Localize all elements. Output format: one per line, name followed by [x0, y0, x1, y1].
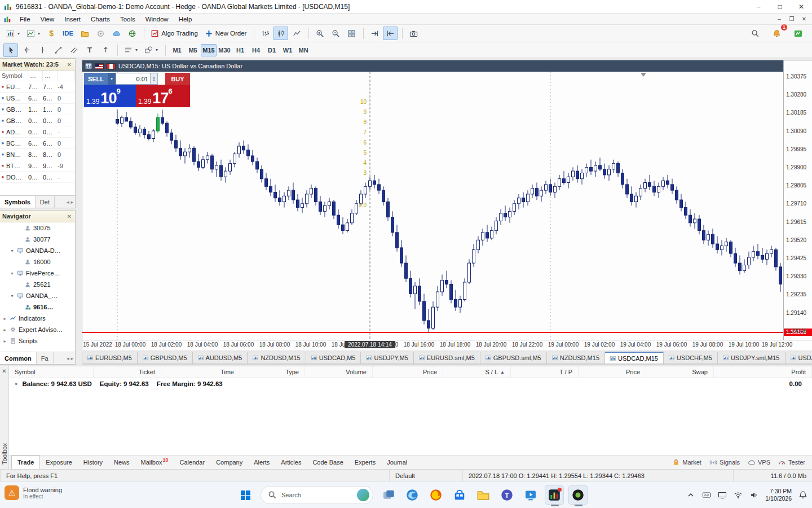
tester-button[interactable]: Tester: [778, 458, 805, 466]
navigator-item-oanda-[interactable]: ▾OANDA_…: [0, 290, 75, 301]
market-watch-tabs-scroll-left-icon[interactable]: ◂: [67, 199, 69, 205]
market-watch-row[interactable]: ●GB…1…1…0: [0, 104, 75, 115]
trade-column-symbol[interactable]: Symbol: [9, 366, 94, 378]
chart-title-bar[interactable]: USDCAD,M15: US Dollar vs Canadian Dollar: [82, 60, 783, 72]
toolbox-tab-trade[interactable]: Trade: [11, 456, 40, 469]
child-restore-button[interactable]: ❐: [786, 16, 797, 22]
chart-tab-gbpusd-sml-m5[interactable]: GBPUSD.sml,M5: [480, 352, 547, 364]
navigator-item-scripts[interactable]: ▸Scripts: [0, 335, 75, 347]
crosshair-tool-button[interactable]: [19, 43, 34, 57]
child-minimize-button[interactable]: –: [774, 16, 785, 22]
chart-tab-gbpusd-m5[interactable]: GBPUSD,M5: [138, 352, 193, 364]
navigator-tabs-scroll-right-icon[interactable]: ▸: [70, 356, 73, 361]
close-button[interactable]: ✕: [791, 0, 812, 14]
navigator-item-9616-[interactable]: 9616…: [0, 301, 75, 313]
community-button[interactable]: [125, 27, 139, 40]
taskbar-search[interactable]: Search: [261, 486, 373, 504]
trade-column-time[interactable]: Time: [161, 366, 240, 378]
menu-view[interactable]: View: [36, 15, 60, 24]
trade-column-t-p[interactable]: T / P: [511, 366, 579, 378]
market-watch-row[interactable]: ●US…6…6…0: [0, 93, 75, 104]
panel-splitter[interactable]: [76, 58, 82, 365]
market-watch-tab-det[interactable]: Det: [36, 196, 55, 208]
navigator-item-indicators[interactable]: ▸Indicators: [0, 313, 75, 324]
keyboard-icon[interactable]: [702, 491, 711, 500]
new-chart-button[interactable]: ▾: [3, 27, 23, 40]
navigator-tab-fa[interactable]: Fa: [37, 352, 54, 364]
navigator-close-icon[interactable]: ✕: [66, 213, 73, 220]
toolbox-close-icon[interactable]: ✕: [2, 368, 6, 374]
taskbar-store-button[interactable]: [450, 485, 469, 505]
expand-icon[interactable]: ▸: [2, 316, 7, 321]
zoom-out-button[interactable]: [328, 27, 343, 40]
timeframe-w1[interactable]: W1: [280, 44, 295, 56]
market-watch-row[interactable]: ●EU…7…7…-4: [0, 81, 75, 93]
wifi-icon[interactable]: [734, 491, 743, 500]
taskbar-clock[interactable]: 7:30 PM 1/10/2026: [765, 488, 792, 502]
algo-off-button[interactable]: [93, 27, 108, 40]
channel-tool-button[interactable]: [67, 43, 81, 57]
lines-group-button[interactable]: ▾: [121, 43, 140, 57]
volume-stepper[interactable]: ▴▾: [151, 73, 158, 85]
select-cursor-button[interactable]: [3, 43, 18, 57]
child-close-button[interactable]: ✕: [798, 16, 810, 22]
market-watch-close-icon[interactable]: ✕: [66, 62, 73, 68]
trade-column-swap[interactable]: Swap: [646, 366, 714, 378]
expand-icon[interactable]: ▸: [2, 339, 7, 344]
vline-tool-button[interactable]: [35, 43, 50, 57]
expand-icon[interactable]: ▸: [2, 327, 7, 332]
trade-mode-dropdown[interactable]: ▾: [108, 73, 116, 85]
vps-button[interactable]: VPS: [748, 458, 770, 466]
market-button[interactable]: Market: [672, 458, 701, 466]
trade-column-price[interactable]: Price: [579, 366, 646, 378]
cast-icon[interactable]: [718, 491, 727, 500]
chart-profile-dropdown-icon[interactable]: ▾: [38, 31, 40, 36]
trade-column-price[interactable]: Price: [373, 366, 443, 378]
chart-tab-nzdusd-m15[interactable]: NZDUSD,M15: [248, 352, 306, 364]
minimize-button[interactable]: –: [748, 0, 769, 14]
start-button[interactable]: [236, 485, 255, 505]
metaeditor-button[interactable]: IDE: [60, 27, 76, 40]
candlestick-chart[interactable]: 1098765430.0: [82, 72, 783, 340]
chart-shift-button[interactable]: [383, 27, 398, 40]
market-watch-column-headers[interactable]: Symbol……: [0, 71, 75, 81]
navigator-item-expert-adviso-[interactable]: ▸Expert Adviso…: [0, 324, 75, 335]
notifications-bell-icon[interactable]: [798, 491, 807, 500]
toolbox-tab-alerts[interactable]: Alerts: [248, 456, 275, 469]
toolbox-tab-experts[interactable]: Experts: [349, 456, 381, 469]
taskbar-file-explorer-button[interactable]: [474, 485, 493, 505]
search-button[interactable]: [748, 27, 762, 40]
menu-help[interactable]: Help: [174, 15, 197, 24]
chart-tab-usdcad-m5[interactable]: USDCAD,M5: [306, 352, 361, 364]
toolbox-tab-articles[interactable]: Articles: [275, 456, 307, 469]
shapes-group-button[interactable]: ▾: [142, 43, 161, 57]
toolbox-tab-company[interactable]: Company: [210, 456, 248, 469]
navigator-item-25621[interactable]: 25621: [0, 279, 75, 290]
market-watch-panel-button[interactable]: $: [44, 27, 59, 40]
navigator-item-16000[interactable]: 16000: [0, 256, 75, 268]
mql5-services-button[interactable]: [791, 27, 805, 40]
time-axis[interactable]: 15 Jul 202218 Jul 00:0018 Jul 02:0018 Ju…: [82, 340, 812, 350]
chart-tab-usdjpy-sml-m15[interactable]: USDJPY.sml,M15: [718, 352, 785, 364]
trade-column-ticket[interactable]: Ticket: [94, 366, 161, 378]
chart-profile-button[interactable]: ▾: [24, 27, 43, 40]
navigator-item-fiveperce-[interactable]: ▾FivePerce…: [0, 268, 75, 279]
market-watch-row[interactable]: ●GB…0…0…0: [0, 115, 75, 126]
taskbar-firefox-button[interactable]: [426, 485, 445, 505]
toolbox-tab-mailbox[interactable]: Mailbox10: [135, 456, 174, 469]
text-tool-button[interactable]: T: [82, 43, 97, 57]
navigator-item-oanda-d-[interactable]: ▾OANDA-D…: [0, 245, 75, 256]
collapse-icon[interactable]: ▾: [10, 248, 15, 253]
taskbar-metatrader5-button[interactable]: [545, 485, 564, 505]
arrows-tool-button[interactable]: [98, 43, 113, 57]
taskbar-weather-widget[interactable]: ⚠ Flood warning In effect: [5, 485, 62, 500]
navigator-item-30075[interactable]: 30075: [0, 222, 75, 234]
market-watch-column-2[interactable]: …: [43, 71, 58, 81]
timeframe-m15[interactable]: M15: [201, 44, 217, 56]
history-data-button[interactable]: [77, 27, 92, 40]
taskbar-movies-tv-button[interactable]: [521, 485, 540, 505]
ask-quote-display[interactable]: 1.39 17 6: [136, 85, 190, 107]
market-watch-column-3[interactable]: [58, 71, 75, 81]
navigator-tabs-scroll-left-icon[interactable]: ◂: [67, 356, 69, 361]
toolbox-tab-news[interactable]: News: [108, 456, 135, 469]
